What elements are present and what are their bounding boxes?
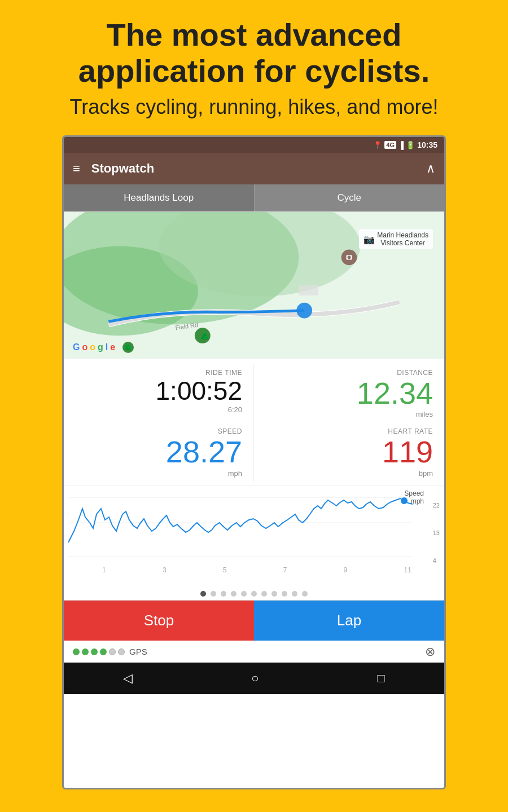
google-logo: Google 🌲: [73, 342, 134, 353]
gps-dots: [73, 648, 125, 655]
action-buttons: Stop Lap: [64, 600, 444, 641]
gps-dot-5: [109, 648, 116, 655]
distance-cell: DISTANCE 12.34 miles: [254, 364, 444, 423]
chart-x-labels: 1 3 5 7 9 11: [68, 565, 440, 574]
gps-label: GPS: [129, 647, 147, 656]
recents-button[interactable]: □: [364, 667, 398, 690]
gps-dot-6: [118, 648, 125, 655]
chart-area: Speedmph 22 13 4 1 3 5 7 9 11: [64, 486, 444, 588]
page-indicator: [64, 588, 444, 600]
distance-label: DISTANCE: [265, 369, 433, 377]
dot-3[interactable]: [221, 591, 226, 597]
gps-dot-1: [73, 648, 80, 655]
promo-title: The most advanced application for cyclis…: [34, 17, 474, 90]
dot-7[interactable]: [261, 591, 267, 597]
dot-2[interactable]: [211, 591, 216, 597]
dot-4[interactable]: [231, 591, 237, 597]
dot-6[interactable]: [251, 591, 257, 597]
y-label-13: 13: [433, 529, 440, 536]
android-nav-bar: ◁ ○ □: [64, 663, 444, 694]
ride-time-label: RIDE TIME: [75, 369, 242, 377]
svg-point-8: [348, 255, 351, 259]
promo-area: The most advanced application for cyclis…: [0, 0, 508, 130]
location-icon: 📍: [373, 141, 382, 149]
dot-9[interactable]: [282, 591, 287, 597]
chart-y-labels: 22 13 4: [433, 502, 440, 564]
distance-unit: miles: [265, 410, 433, 418]
back-button[interactable]: ◁: [110, 667, 146, 690]
ride-time-value: 1:00:52: [75, 377, 242, 405]
gps-dot-2: [82, 648, 89, 655]
x-label-7: 7: [283, 566, 287, 574]
app-toolbar: ≡ Stopwatch ∧: [64, 153, 444, 184]
svg-rect-9: [299, 285, 318, 295]
x-label-1: 1: [102, 566, 106, 574]
heart-rate-label: HEART RATE: [265, 427, 433, 435]
stop-button[interactable]: Stop: [64, 601, 254, 641]
distance-value: 12.34: [265, 377, 433, 410]
dot-10[interactable]: [292, 591, 297, 597]
speed-cell: SPEED 28.27 mph: [64, 423, 254, 482]
heart-rate-value: 119: [265, 435, 433, 469]
route-bar: Headlands Loop Cycle: [64, 184, 444, 212]
lap-button[interactable]: Lap: [254, 601, 444, 641]
svg-text:🌲: 🌲: [200, 332, 210, 341]
gps-indicator: GPS: [73, 647, 147, 656]
ride-time-cell: RIDE TIME 1:00:52 6:20: [64, 364, 254, 423]
dot-1[interactable]: [200, 591, 206, 597]
gps-dot-3: [91, 648, 98, 655]
toolbar-title: Stopwatch: [91, 161, 426, 176]
chart-label: Speedmph: [404, 489, 424, 505]
y-label-4: 4: [433, 557, 440, 564]
dot-11[interactable]: [302, 591, 308, 597]
promo-subtitle: Tracks cycling, running, hikes, and more…: [34, 95, 474, 119]
map-location-label: 📷 Marin HeadlandsVisitors Center: [359, 229, 433, 249]
heart-rate-cell: HEART RATE 119 bpm: [254, 423, 444, 482]
battery-icon: 🔋: [406, 141, 415, 149]
x-label-3: 3: [163, 566, 167, 574]
dot-8[interactable]: [271, 591, 277, 597]
status-icons: 📍 4G ▐ 🔋 10:35: [373, 140, 437, 149]
speed-value: 28.27: [75, 435, 242, 469]
speed-unit: mph: [75, 469, 242, 478]
settings-icon[interactable]: ⊗: [425, 645, 435, 659]
heart-rate-unit: bpm: [265, 469, 433, 478]
gps-bar: GPS ⊗: [64, 641, 444, 663]
camera-icon: 📷: [364, 234, 375, 245]
x-label-9: 9: [344, 566, 348, 574]
x-label-5: 5: [223, 566, 227, 574]
x-label-11: 11: [404, 566, 411, 574]
y-label-22: 22: [433, 502, 440, 509]
svg-point-5: [296, 303, 312, 319]
phone-frame: 📍 4G ▐ 🔋 10:35 ≡ Stopwatch ∧ Headlands L…: [62, 135, 446, 789]
map-area: Field Rd 🌲 📷 Marin HeadlandsVisitors Cen…: [64, 212, 444, 359]
route-type-button[interactable]: Cycle: [255, 184, 445, 211]
status-bar: 📍 4G ▐ 🔋 10:35: [64, 137, 444, 153]
dot-5[interactable]: [241, 591, 247, 597]
chevron-up-icon[interactable]: ∧: [426, 161, 435, 176]
stats-area: RIDE TIME 1:00:52 6:20 DISTANCE 12.34 mi…: [64, 359, 444, 486]
menu-icon[interactable]: ≡: [73, 161, 80, 176]
home-button[interactable]: ○: [238, 667, 272, 690]
route-name-button[interactable]: Headlands Loop: [64, 184, 255, 211]
gps-dot-4: [100, 648, 107, 655]
signal-icon: ▐: [398, 141, 404, 149]
ride-time-sub: 6:20: [75, 405, 242, 414]
network-icon: 4G: [384, 141, 396, 149]
status-time: 10:35: [417, 140, 437, 149]
speed-label: SPEED: [75, 427, 242, 435]
